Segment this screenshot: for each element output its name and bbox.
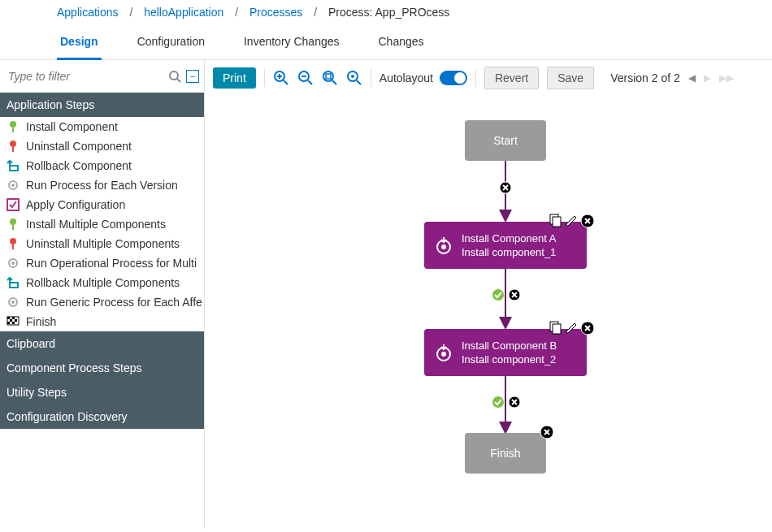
- pin-down-green-icon: [7, 120, 20, 133]
- filter-row: −: [0, 60, 204, 93]
- node-finish[interactable]: Finish: [465, 433, 546, 474]
- svg-point-33: [323, 71, 333, 81]
- search-icon[interactable]: [168, 70, 181, 83]
- install-component-icon: [434, 236, 453, 255]
- category-utility-steps[interactable]: Utility Steps: [0, 380, 204, 404]
- svg-point-0: [170, 71, 178, 80]
- step-run-process-each-version[interactable]: Run Process for Each Version: [0, 175, 204, 195]
- svg-rect-21: [12, 317, 15, 319]
- node-start[interactable]: Start: [465, 120, 546, 161]
- step-rollback-multiple[interactable]: Rollback Multiple Components: [0, 273, 204, 292]
- success-status-icon[interactable]: [492, 288, 505, 301]
- tab-inventory-changes[interactable]: Inventory Changes: [241, 27, 343, 59]
- svg-line-27: [284, 80, 288, 84]
- tab-changes[interactable]: Changes: [375, 27, 427, 59]
- svg-rect-20: [7, 317, 10, 319]
- svg-rect-24: [7, 322, 10, 324]
- node-copy-icon[interactable]: [548, 214, 562, 228]
- svg-rect-46: [553, 217, 561, 227]
- autolayout-toggle[interactable]: [440, 71, 467, 85]
- breadcrumb-sep: /: [314, 6, 317, 19]
- toolbar-separator: [371, 69, 371, 87]
- svg-rect-25: [12, 322, 15, 324]
- node-subtitle: Install component_1: [462, 246, 556, 258]
- fail-status-icon[interactable]: [508, 396, 521, 409]
- step-rollback-component[interactable]: Rollback Component: [0, 156, 204, 175]
- svg-point-18: [11, 301, 15, 304]
- svg-point-38: [351, 75, 354, 78]
- breadcrumb-applications[interactable]: Applications: [57, 6, 119, 19]
- svg-rect-53: [553, 324, 561, 334]
- collapse-sidebar-icon[interactable]: −: [186, 70, 199, 83]
- finish-flag-icon: [7, 315, 20, 328]
- canvas[interactable]: Start Install Component A Install compon…: [205, 96, 772, 529]
- svg-point-2: [10, 121, 16, 128]
- node-delete-icon[interactable]: [540, 425, 554, 439]
- pin-down-red-icon: [7, 237, 20, 250]
- step-finish[interactable]: Finish: [0, 312, 204, 331]
- filter-input[interactable]: [5, 65, 163, 88]
- rollback-icon: [7, 159, 20, 172]
- version-label: Version 2 of 2: [610, 71, 680, 84]
- zoom-fit-icon[interactable]: [322, 70, 338, 86]
- svg-point-55: [492, 396, 504, 408]
- category-component-process-steps[interactable]: Component Process Steps: [0, 356, 204, 380]
- node-finish-label: Finish: [490, 447, 520, 460]
- node-start-label: Start: [493, 134, 518, 147]
- step-install-component[interactable]: Install Component: [0, 117, 204, 136]
- breadcrumb-processes[interactable]: Processes: [249, 6, 302, 19]
- version-prev-icon[interactable]: ◀: [688, 72, 696, 84]
- node-title: Install Component B: [462, 340, 557, 352]
- node-install-component-a[interactable]: Install Component A Install component_1: [424, 222, 587, 269]
- step-label: Install Component: [26, 120, 118, 133]
- breadcrumb-sep: /: [129, 6, 132, 19]
- step-uninstall-component[interactable]: Uninstall Component: [0, 136, 204, 156]
- breadcrumb-sep: /: [235, 6, 238, 19]
- revert-button[interactable]: Revert: [484, 67, 539, 89]
- svg-rect-23: [15, 319, 17, 322]
- svg-point-15: [11, 262, 15, 265]
- node-copy-icon[interactable]: [548, 321, 562, 335]
- fail-status-icon[interactable]: [508, 288, 521, 301]
- svg-line-34: [332, 80, 336, 84]
- svg-point-12: [10, 238, 16, 244]
- tab-configuration[interactable]: Configuration: [134, 27, 208, 59]
- step-apply-configuration[interactable]: Apply Configuration: [0, 195, 204, 214]
- step-label: Rollback Multiple Components: [26, 276, 180, 289]
- svg-rect-22: [10, 319, 12, 322]
- zoom-actual-icon[interactable]: [346, 70, 362, 86]
- category-configuration-discovery[interactable]: Configuration Discovery: [0, 404, 204, 429]
- version-last-icon[interactable]: ▶▶: [719, 72, 734, 84]
- zoom-out-icon[interactable]: [297, 70, 314, 86]
- svg-line-37: [357, 80, 361, 84]
- step-uninstall-multiple[interactable]: Uninstall Multiple Components: [0, 234, 204, 253]
- version-next-icon[interactable]: ▶: [704, 72, 711, 84]
- category-clipboard[interactable]: Clipboard: [0, 331, 204, 356]
- save-button[interactable]: Save: [547, 67, 594, 89]
- node-title: Install Component A: [462, 232, 556, 244]
- fail-status-icon[interactable]: [499, 181, 512, 194]
- step-label: Install Multiple Components: [26, 218, 166, 231]
- node-edit-icon[interactable]: [564, 214, 579, 228]
- step-label: Finish: [26, 315, 56, 328]
- toolbar-separator: [264, 69, 265, 87]
- step-run-operational[interactable]: Run Operational Process for Multi: [0, 253, 204, 273]
- print-button[interactable]: Print: [213, 67, 256, 89]
- svg-rect-35: [326, 74, 331, 79]
- node-subtitle: Install component_2: [462, 353, 557, 365]
- breadcrumb: Applications / helloApplication / Proces…: [0, 0, 772, 27]
- node-install-component-b[interactable]: Install Component B Install component_2: [424, 329, 587, 376]
- node-edit-icon[interactable]: [564, 321, 579, 335]
- category-application-steps[interactable]: Application Steps: [0, 93, 204, 117]
- tab-design[interactable]: Design: [57, 27, 102, 60]
- sidebar: − Application Steps Install Component Un…: [0, 60, 205, 529]
- step-install-multiple[interactable]: Install Multiple Components: [0, 214, 204, 234]
- success-status-icon[interactable]: [492, 396, 505, 409]
- node-delete-icon[interactable]: [580, 214, 595, 228]
- node-delete-icon[interactable]: [580, 321, 595, 335]
- breadcrumb-app[interactable]: helloApplication: [144, 6, 223, 19]
- zoom-in-icon[interactable]: [273, 70, 289, 86]
- step-label: Run Process for Each Version: [26, 179, 178, 192]
- step-run-generic[interactable]: Run Generic Process for Each Affe: [0, 292, 204, 312]
- svg-line-1: [177, 79, 180, 82]
